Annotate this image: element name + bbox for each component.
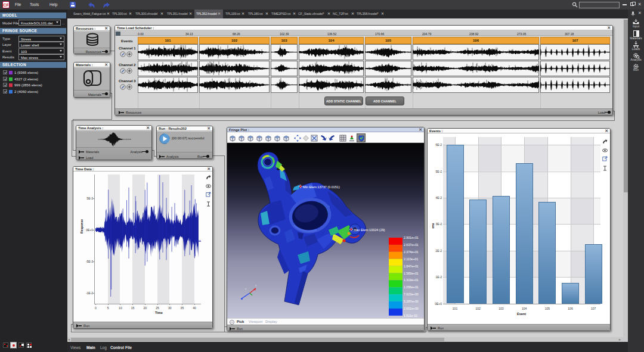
svg-text:z: z — [245, 288, 247, 291]
svg-text:1.847e+01: 1.847e+01 — [404, 264, 419, 268]
svg-text:2.651e+00: 2.651e+00 — [404, 307, 419, 310]
svg-text:Max Elem:13324 (29): Max Elem:13324 (29) — [354, 228, 385, 232]
svg-text:2.110e+01: 2.110e+01 — [404, 257, 418, 261]
svg-text:2.374e+01: 2.374e+01 — [404, 250, 419, 254]
svg-text:1.583e+01: 1.583e+01 — [404, 272, 419, 275]
svg-text:x: x — [255, 284, 257, 287]
svg-text:5.287e+00: 5.287e+00 — [404, 300, 419, 303]
svg-text:1.056e+01: 1.056e+01 — [404, 285, 419, 289]
svg-text:1.319e+01: 1.319e+01 — [404, 278, 419, 282]
svg-text:2.637e+01: 2.637e+01 — [404, 243, 419, 247]
svg-text:2.901e+01: 2.901e+01 — [404, 236, 419, 239]
svg-text:Min Elem:13737 (0.0151): Min Elem:13737 (0.0151) — [303, 185, 340, 189]
svg-text:7.923e+00: 7.923e+00 — [404, 292, 419, 296]
svg-text:1.511e-02: 1.511e-02 — [404, 314, 417, 317]
